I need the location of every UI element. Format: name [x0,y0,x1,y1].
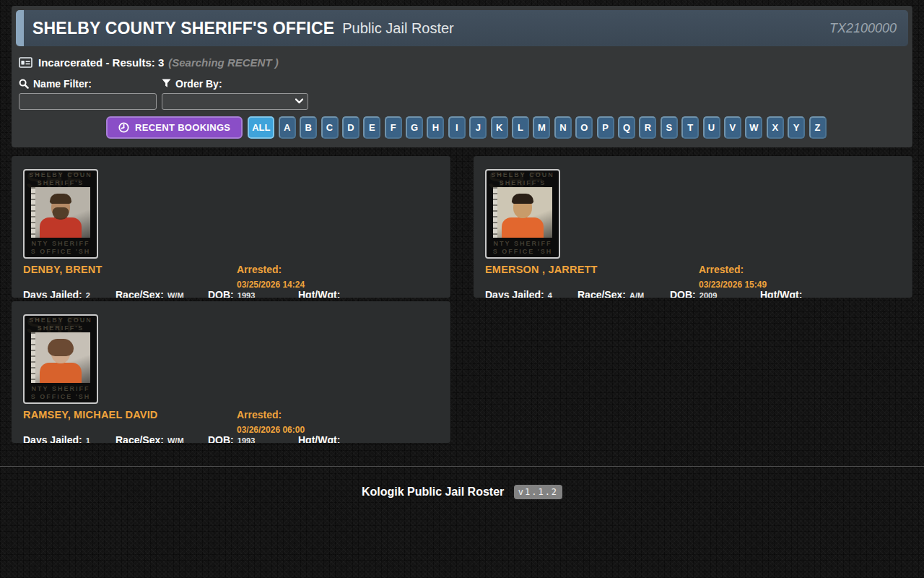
filter-button-c[interactable]: C [321,116,339,139]
mugshot-watermark-bottom: NTY SHERIFF S OFFICE 'SH [25,385,97,401]
days-jailed-label: Days Jailed: [23,434,82,443]
days-jailed-value: 1 [86,436,90,443]
footer: Kologik Public Jail Roster v1.1.2 [0,466,924,520]
filter-button-y[interactable]: Y [788,116,805,139]
inmate-name: DENBY, BRENT [23,264,237,275]
funnel-icon [162,79,171,88]
clock-icon [118,122,129,133]
height-ruler [493,187,497,238]
mugshot-photo: SHE SHELBY COUN SHERIFF'S NTY SHERIFF S … [23,169,98,259]
header-bar: SHELBY COUNTY SHERIFF'S OFFICE Public Ja… [16,10,908,46]
filter-button-p[interactable]: P [597,116,614,139]
mugshot-photo-area [493,187,552,238]
arrested-label: Arrested: [699,264,767,275]
station-id: TX2100000 [829,21,897,36]
dob-label: DOB: [208,434,234,443]
id-card-icon [19,57,32,68]
arrested-date: 03/26/2026 06:00 [237,425,305,435]
filter-button-n[interactable]: N [554,116,572,139]
inmate-card[interactable]: SHE SHELBY COUN SHERIFF'S NTY SHERIFF S … [12,156,450,298]
days-jailed-label: Days Jailed: [485,289,544,298]
filter-button-s[interactable]: S [661,116,678,139]
inmate-card[interactable]: SHE SHELBY COUN SHERIFF'S NTY SHERIFF S … [12,301,450,443]
filter-button-j[interactable]: J [469,116,487,139]
race-sex-value: W/M [167,291,184,298]
filter-button-q[interactable]: Q [618,116,635,139]
dob-value: 1993 [237,436,255,443]
mugshot-watermark-top: SHELBY COUN SHERIFF'S [487,171,559,187]
dob-value: 1993 [237,291,255,298]
dob-value: 2009 [699,291,717,298]
hgt-wgt-label: Hgt/Wgt: [298,289,340,298]
filter-button-w[interactable]: W [745,116,762,139]
filter-button-a[interactable]: A [279,116,296,139]
order-by-group: Order By: [162,77,308,110]
filter-button-m[interactable]: M [533,116,550,139]
inmate-stats-row: Days Jailed:2 Race/Sex:W/M DOB:1993 Hgt/… [23,289,439,298]
mugshot-photo: SHE SHELBY COUN SHERIFF'S NTY SHERIFF S … [23,314,98,404]
filter-button-t[interactable]: T [681,116,699,139]
name-filter-label: Name Filter: [19,77,157,90]
mugshot-photo: SHE SHELBY COUN SHERIFF'S NTY SHERIFF S … [485,169,560,259]
agency-title: SHELBY COUNTY SHERIFF'S OFFICE [32,19,334,38]
filters-row: Name Filter: Order By: [19,77,905,110]
arrested-date: 03/23/2026 15:49 [699,280,767,290]
arrested-label: Arrested: [237,409,305,420]
filter-button-i[interactable]: I [448,116,466,139]
filter-button-k[interactable]: K [491,116,508,139]
name-filter-input[interactable] [19,93,157,110]
filter-button-h[interactable]: H [427,116,444,139]
mugshot-watermark-bottom: NTY SHERIFF S OFFICE 'SH [25,240,97,256]
days-jailed-label: Days Jailed: [23,289,82,298]
hgt-wgt-label: Hgt/Wgt: [298,434,340,443]
dob-label: DOB: [208,289,234,298]
recent-bookings-button[interactable]: RECENT BOOKINGS [106,116,243,139]
filter-button-l[interactable]: L [512,116,529,139]
inmate-name: EMERSON , JARRETT [485,264,699,275]
mugshot-photo-area [31,332,90,383]
days-jailed-value: 4 [548,291,552,298]
arrested-block: Arrested: 03/23/2026 15:49 [699,264,767,290]
days-jailed-value: 2 [86,291,90,298]
mugshot-watermark-bottom: NTY SHERIFF S OFFICE 'SH [487,240,559,256]
inmate-stats-row: Days Jailed:4 Race/Sex:A/M DOB:2009 Hgt/… [485,289,901,298]
arrested-date: 03/25/2026 14:24 [237,280,305,290]
alpha-filter-row: RECENT BOOKINGS ALL ABCDEFGHIJKLMNOPQRST… [106,116,908,139]
order-by-label-text: Order By: [175,78,222,90]
mugshot-watermark-top: SHELBY COUN SHERIFF'S [25,316,97,332]
filter-button-b[interactable]: B [300,116,317,139]
version-badge: v1.1.2 [514,485,562,499]
footer-app-name: Kologik Public Jail Roster [362,486,504,498]
filter-button-g[interactable]: G [406,116,423,139]
inmate-silhouette [38,194,83,238]
dob-label: DOB: [670,289,696,298]
order-by-select[interactable] [162,93,308,110]
name-filter-group: Name Filter: [19,77,157,110]
arrested-block: Arrested: 03/26/2026 06:00 [237,409,305,435]
search-icon [19,79,29,89]
results-count-text: Incarcerated - Results: 3 [38,56,164,69]
filter-button-u[interactable]: U [703,116,720,139]
mugshot-photo-area [31,187,90,238]
filter-button-z[interactable]: Z [809,116,827,139]
filter-button-d[interactable]: D [342,116,359,139]
filter-button-r[interactable]: R [639,116,656,139]
inmate-stats-row: Days Jailed:1 Race/Sex:W/M DOB:1993 Hgt/… [23,434,439,443]
inmate-silhouette [38,340,83,383]
filter-button-x[interactable]: X [767,116,784,139]
race-sex-label: Race/Sex: [116,289,164,298]
inmate-cards-grid: SHE SHELBY COUN SHERIFF'S NTY SHERIFF S … [12,156,912,443]
inmate-card[interactable]: SHE SHELBY COUN SHERIFF'S NTY SHERIFF S … [474,156,912,298]
race-sex-value: A/M [629,291,644,298]
searching-status: (Searching RECENT ) [168,56,279,69]
filter-button-f[interactable]: F [385,116,402,139]
filter-button-o[interactable]: O [575,116,593,139]
arrested-label: Arrested: [237,264,305,275]
filter-button-e[interactable]: E [363,116,380,139]
recent-bookings-label: RECENT BOOKINGS [135,122,230,133]
race-sex-value: W/M [167,436,184,443]
filter-button-all[interactable]: ALL [248,116,274,139]
height-ruler [31,332,35,383]
filter-button-v[interactable]: V [724,116,741,139]
race-sex-label: Race/Sex: [578,289,626,298]
